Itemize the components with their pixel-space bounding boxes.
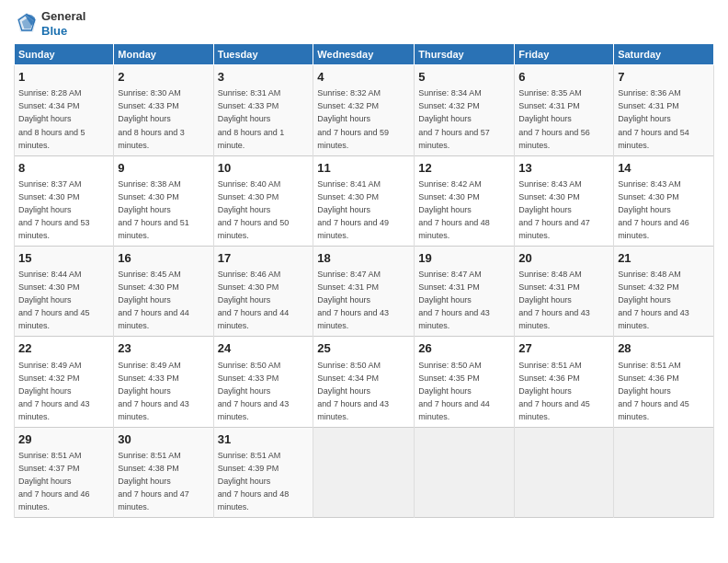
day-number: 4 — [317, 69, 410, 86]
calendar-cell: 17 Sunrise: 8:46 AMSunset: 4:30 PMDaylig… — [213, 247, 313, 337]
day-number: 16 — [118, 250, 209, 267]
logo-text: General Blue — [41, 9, 85, 38]
calendar-cell: 14 Sunrise: 8:43 AMSunset: 4:30 PMDaylig… — [614, 155, 714, 246]
calendar-cell: 18 Sunrise: 8:47 AMSunset: 4:31 PMDaylig… — [313, 247, 415, 337]
calendar-cell — [515, 427, 614, 517]
calendar-cell: 16 Sunrise: 8:45 AMSunset: 4:30 PMDaylig… — [114, 247, 213, 337]
weekday-header-thursday: Thursday — [415, 44, 515, 65]
day-number: 20 — [518, 250, 609, 267]
weekday-header-sunday: Sunday — [15, 44, 114, 65]
logo: General Blue — [14, 9, 85, 38]
calendar-cell: 8 Sunrise: 8:37 AMSunset: 4:30 PMDayligh… — [15, 155, 114, 246]
calendar-cell — [415, 427, 515, 517]
calendar-week-5: 29 Sunrise: 8:51 AMSunset: 4:37 PMDaylig… — [15, 427, 714, 517]
calendar-cell: 20 Sunrise: 8:48 AMSunset: 4:31 PMDaylig… — [515, 247, 614, 337]
logo-general: General — [41, 9, 85, 23]
day-info: Sunrise: 8:51 AMSunset: 4:39 PMDaylight … — [218, 451, 290, 511]
day-info: Sunrise: 8:34 AMSunset: 4:32 PMDaylight … — [418, 88, 490, 149]
calendar-cell: 1 Sunrise: 8:28 AMSunset: 4:34 PMDayligh… — [15, 65, 114, 155]
calendar-cell: 26 Sunrise: 8:50 AMSunset: 4:35 PMDaylig… — [415, 337, 515, 427]
day-info: Sunrise: 8:40 AMSunset: 4:30 PMDaylight … — [218, 179, 290, 240]
day-number: 6 — [518, 69, 609, 86]
day-info: Sunrise: 8:46 AMSunset: 4:30 PMDaylight … — [218, 270, 290, 330]
calendar-cell — [614, 427, 714, 517]
calendar-cell: 15 Sunrise: 8:44 AMSunset: 4:30 PMDaylig… — [15, 247, 114, 337]
weekday-header-friday: Friday — [515, 44, 614, 65]
day-number: 29 — [18, 431, 109, 448]
day-number: 17 — [218, 250, 310, 267]
day-number: 7 — [618, 69, 710, 86]
day-info: Sunrise: 8:51 AMSunset: 4:38 PMDaylight … — [118, 451, 189, 511]
day-info: Sunrise: 8:47 AMSunset: 4:31 PMDaylight … — [317, 270, 389, 330]
day-info: Sunrise: 8:49 AMSunset: 4:32 PMDaylight … — [18, 361, 90, 421]
day-number: 24 — [218, 340, 310, 357]
day-number: 22 — [18, 340, 109, 357]
calendar-cell: 27 Sunrise: 8:51 AMSunset: 4:36 PMDaylig… — [515, 337, 614, 427]
day-number: 1 — [18, 69, 109, 86]
calendar-cell: 10 Sunrise: 8:40 AMSunset: 4:30 PMDaylig… — [213, 155, 313, 246]
calendar-week-1: 1 Sunrise: 8:28 AMSunset: 4:34 PMDayligh… — [15, 65, 714, 155]
calendar-body: 1 Sunrise: 8:28 AMSunset: 4:34 PMDayligh… — [15, 65, 714, 518]
calendar-table: SundayMondayTuesdayWednesdayThursdayFrid… — [14, 43, 714, 518]
calendar-week-2: 8 Sunrise: 8:37 AMSunset: 4:30 PMDayligh… — [15, 155, 714, 246]
day-number: 15 — [18, 250, 109, 267]
calendar-cell: 6 Sunrise: 8:35 AMSunset: 4:31 PMDayligh… — [515, 65, 614, 155]
calendar-cell: 11 Sunrise: 8:41 AMSunset: 4:30 PMDaylig… — [313, 155, 415, 246]
calendar-cell: 25 Sunrise: 8:50 AMSunset: 4:34 PMDaylig… — [313, 337, 415, 427]
calendar-cell: 31 Sunrise: 8:51 AMSunset: 4:39 PMDaylig… — [213, 427, 313, 517]
day-number: 2 — [118, 69, 209, 86]
calendar-cell: 24 Sunrise: 8:50 AMSunset: 4:33 PMDaylig… — [213, 337, 313, 427]
calendar-week-4: 22 Sunrise: 8:49 AMSunset: 4:32 PMDaylig… — [15, 337, 714, 427]
calendar-cell: 4 Sunrise: 8:32 AMSunset: 4:32 PMDayligh… — [313, 65, 415, 155]
calendar-cell: 22 Sunrise: 8:49 AMSunset: 4:32 PMDaylig… — [15, 337, 114, 427]
day-number: 8 — [18, 160, 109, 177]
calendar-cell: 5 Sunrise: 8:34 AMSunset: 4:32 PMDayligh… — [415, 65, 515, 155]
day-number: 23 — [118, 340, 209, 357]
calendar-week-3: 15 Sunrise: 8:44 AMSunset: 4:30 PMDaylig… — [15, 247, 714, 337]
day-info: Sunrise: 8:36 AMSunset: 4:31 PMDaylight … — [618, 88, 689, 149]
day-number: 11 — [317, 160, 410, 177]
page: General Blue SundayMondayTuesdayWednesda… — [0, 0, 728, 563]
day-info: Sunrise: 8:37 AMSunset: 4:30 PMDaylight … — [18, 179, 90, 240]
day-info: Sunrise: 8:43 AMSunset: 4:30 PMDaylight … — [618, 179, 689, 240]
day-number: 25 — [317, 340, 410, 357]
day-info: Sunrise: 8:30 AMSunset: 4:33 PMDaylight … — [118, 88, 185, 149]
calendar-cell: 2 Sunrise: 8:30 AMSunset: 4:33 PMDayligh… — [114, 65, 213, 155]
day-info: Sunrise: 8:51 AMSunset: 4:36 PMDaylight … — [518, 361, 590, 421]
calendar-cell: 7 Sunrise: 8:36 AMSunset: 4:31 PMDayligh… — [614, 65, 714, 155]
day-number: 31 — [218, 431, 310, 448]
day-info: Sunrise: 8:47 AMSunset: 4:31 PMDaylight … — [418, 270, 490, 330]
day-info: Sunrise: 8:49 AMSunset: 4:33 PMDaylight … — [118, 361, 189, 421]
day-info: Sunrise: 8:28 AMSunset: 4:34 PMDaylight … — [18, 88, 85, 149]
day-number: 3 — [218, 69, 310, 86]
weekday-header-tuesday: Tuesday — [213, 44, 313, 65]
day-info: Sunrise: 8:45 AMSunset: 4:30 PMDaylight … — [118, 270, 189, 330]
day-info: Sunrise: 8:43 AMSunset: 4:30 PMDaylight … — [518, 179, 590, 240]
calendar-cell: 23 Sunrise: 8:49 AMSunset: 4:33 PMDaylig… — [114, 337, 213, 427]
calendar-cell: 9 Sunrise: 8:38 AMSunset: 4:30 PMDayligh… — [114, 155, 213, 246]
day-info: Sunrise: 8:51 AMSunset: 4:36 PMDaylight … — [618, 361, 689, 421]
weekday-header-wednesday: Wednesday — [313, 44, 415, 65]
logo-blue-line: Blue — [41, 24, 85, 39]
calendar-cell: 12 Sunrise: 8:42 AMSunset: 4:30 PMDaylig… — [415, 155, 515, 246]
day-info: Sunrise: 8:48 AMSunset: 4:31 PMDaylight … — [518, 270, 590, 330]
day-info: Sunrise: 8:48 AMSunset: 4:32 PMDaylight … — [618, 270, 689, 330]
day-number: 21 — [618, 250, 710, 267]
day-number: 14 — [618, 160, 710, 177]
calendar-cell: 3 Sunrise: 8:31 AMSunset: 4:33 PMDayligh… — [213, 65, 313, 155]
day-info: Sunrise: 8:31 AMSunset: 4:33 PMDaylight … — [218, 88, 285, 149]
calendar-cell: 19 Sunrise: 8:47 AMSunset: 4:31 PMDaylig… — [415, 247, 515, 337]
day-number: 9 — [118, 160, 209, 177]
day-info: Sunrise: 8:38 AMSunset: 4:30 PMDaylight … — [118, 179, 189, 240]
weekday-header-monday: Monday — [114, 44, 213, 65]
day-info: Sunrise: 8:35 AMSunset: 4:31 PMDaylight … — [518, 88, 590, 149]
day-number: 30 — [118, 431, 209, 448]
day-number: 28 — [618, 340, 710, 357]
day-info: Sunrise: 8:42 AMSunset: 4:30 PMDaylight … — [418, 179, 490, 240]
calendar-cell: 28 Sunrise: 8:51 AMSunset: 4:36 PMDaylig… — [614, 337, 714, 427]
day-info: Sunrise: 8:50 AMSunset: 4:34 PMDaylight … — [317, 361, 389, 421]
day-number: 18 — [317, 250, 410, 267]
day-number: 13 — [518, 160, 609, 177]
day-number: 26 — [418, 340, 510, 357]
day-info: Sunrise: 8:41 AMSunset: 4:30 PMDaylight … — [317, 179, 389, 240]
